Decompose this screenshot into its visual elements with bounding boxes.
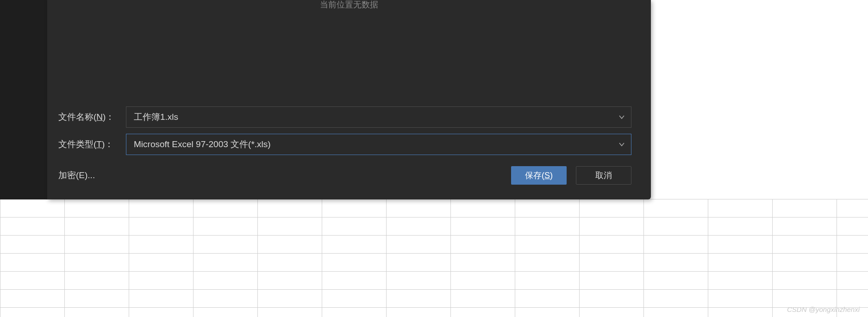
filetype-row: 文件类型(T)： Microsoft Excel 97-2003 文件(*.xl… [58,134,631,155]
watermark-text: CSDN @yongxinzhenxi [787,305,860,313]
filetype-select-wrap: Microsoft Excel 97-2003 文件(*.xls) [126,134,631,155]
filename-input-wrap [126,106,631,128]
filename-label-post: )： [103,112,114,122]
filetype-label-pre: 文件类型( [58,139,96,149]
filetype-value: Microsoft Excel 97-2003 文件(*.xls) [134,138,271,150]
filetype-label-post: )： [102,139,113,149]
cancel-button[interactable]: 取消 [576,166,631,185]
filename-label: 文件名称(N)： [58,111,126,123]
save-as-dialog: 当前位置无数据 文件名称(N)： 文件类型(T)： Microsoft Exce… [47,0,651,199]
filetype-label: 文件类型(T)： [58,138,126,150]
filetype-select[interactable]: Microsoft Excel 97-2003 文件(*.xls) [126,134,631,155]
empty-location-message: 当前位置无数据 [47,0,651,10]
save-label-post: ) [550,171,553,180]
form-area: 文件名称(N)： 文件类型(T)： Microsoft Excel 97-200… [47,106,651,199]
filetype-label-key: T [96,139,102,149]
save-label-key: S [544,171,550,180]
dialog-left-strip [0,0,47,199]
filename-label-pre: 文件名称( [58,112,96,122]
encrypt-link[interactable]: 加密(E)... [58,169,95,181]
filename-input[interactable] [126,106,631,128]
save-button[interactable]: 保存(S) [511,166,567,185]
dialog-bottom-row: 加密(E)... 保存(S) 取消 [58,166,631,185]
filename-row: 文件名称(N)： [58,106,631,128]
save-label-pre: 保存( [525,171,544,180]
filename-label-key: N [96,112,103,122]
